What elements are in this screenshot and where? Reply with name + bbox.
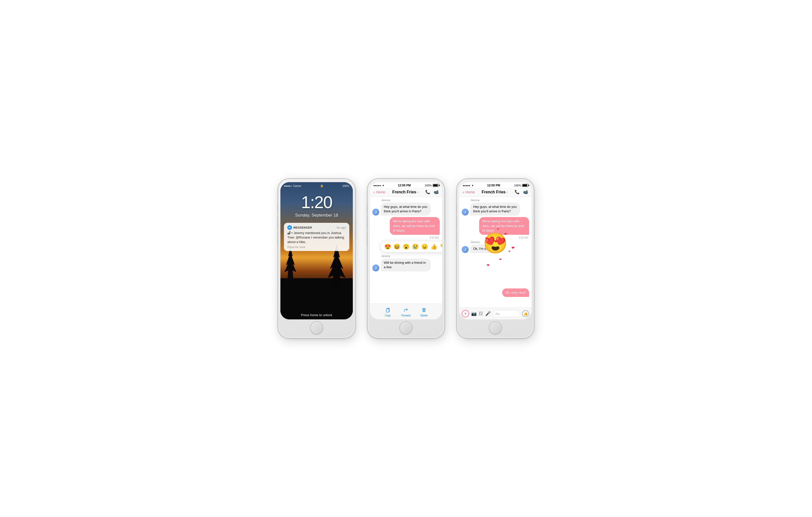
mute-btn-1	[278, 204, 279, 212]
vol-down-1	[278, 233, 279, 246]
delete-button[interactable]: Delete	[420, 306, 428, 317]
bubble-sent-3-last[interactable]: Oh, very nice!!	[502, 288, 529, 297]
avatar-jeremy-3: J	[462, 209, 469, 216]
heart-8: ❤	[509, 250, 511, 253]
bubble-sent-1[interactable]: We're taking the train with John, we wil…	[390, 217, 440, 235]
battery-text: 100%	[342, 184, 349, 187]
home-btn-2[interactable]	[400, 322, 412, 334]
back-button-3[interactable]: ‹ Home	[463, 190, 475, 194]
status-time-2: 12:00 PM	[398, 184, 411, 187]
sender-jeremy-4: Jeremy	[471, 241, 529, 244]
video-icon-3[interactable]: 📹	[523, 190, 528, 194]
heart-7: ❤	[497, 228, 499, 231]
chat-title-text-2: French Fries	[392, 190, 416, 194]
status-bar-3: ●●●●● ▾ 12:00 PM 100%	[459, 182, 531, 188]
vol-up-3	[456, 216, 457, 230]
sender-jeremy-3: Jeremy	[471, 199, 529, 202]
battery-bar-3	[522, 184, 528, 187]
back-chevron-2: ‹	[373, 190, 375, 194]
status-right-2: 100%	[425, 184, 439, 187]
notif-press-more[interactable]: Press for more	[287, 246, 346, 248]
home-btn-3[interactable]	[489, 322, 502, 334]
forward-button[interactable]: Forward	[401, 306, 410, 317]
msg-time-1: 9:32 AM	[372, 236, 439, 239]
msg-row-img	[372, 273, 440, 304]
add-button-3[interactable]: +	[462, 310, 469, 317]
messenger-3: ●●●●● ▾ 12:00 PM 100% ‹ Home	[459, 182, 531, 320]
back-label-3: Home	[465, 190, 475, 194]
bubble-received-3-2[interactable]: Ok, I'm s...	[470, 245, 492, 253]
avatar-jeremy-1: J	[372, 209, 379, 216]
emoji-love[interactable]: 😍	[384, 244, 391, 250]
iphone-3: ●●●●● ▾ 12:00 PM 100% ‹ Home	[457, 179, 534, 338]
emoji-angry[interactable]: 😠	[421, 244, 428, 250]
copy-label: Copy	[385, 314, 391, 317]
copy-icon	[384, 306, 391, 313]
action-bar-2: Copy Forward	[370, 304, 442, 320]
input-placeholder-3: Aa	[495, 312, 499, 316]
chat-title-2[interactable]: French Fries ›	[392, 190, 418, 194]
notification-banner[interactable]: m MESSENGER 5m ago 🏕 • Jeremy mentioned …	[284, 223, 349, 251]
heart-3: ❤	[511, 246, 515, 250]
status-right-3: 100%	[514, 184, 528, 187]
msg-row-3-1: J Hey guys, at what time do you think yo…	[462, 203, 529, 216]
nav-bar-3: ‹ Home French Fries › 📞 📹	[459, 188, 531, 196]
notif-text: 🏕 • Jeremy mentioned you in Joshua Tree:…	[287, 231, 346, 245]
heart-2: ❤	[504, 232, 507, 236]
svg-rect-0	[386, 309, 389, 312]
press-home-text: Press home to unlock	[281, 313, 353, 317]
home-btn-1[interactable]	[310, 322, 323, 334]
nav-icons-3: 📞 📹	[515, 190, 528, 194]
emoji-thumbsup[interactable]: 👍	[431, 244, 437, 250]
input-bar-3: + 📷 🖼 🎤 Aa 👍	[459, 308, 531, 320]
chat-title-3[interactable]: French Fries ›	[482, 190, 508, 194]
power-btn-2	[444, 219, 445, 239]
chat-area-3: Jeremy J Hey guys, at what time do you t…	[459, 196, 531, 308]
battery-pct-2: 100%	[425, 184, 432, 187]
send-btn-3[interactable]: 👍	[522, 310, 529, 317]
notif-app-name: MESSENGER	[293, 226, 312, 229]
forward-icon	[403, 306, 409, 313]
forward-label: Forward	[401, 314, 410, 317]
heart-6: ❤	[485, 237, 488, 240]
emoji-sad[interactable]: 😢	[412, 244, 419, 250]
phone-icon-2[interactable]: 📞	[425, 190, 430, 194]
reaction-bar[interactable]: 😍 😆 😮 😢 😠 👍 👎	[381, 242, 442, 252]
camera-btn-3[interactable]: 📷	[471, 311, 477, 316]
phone-icon-3[interactable]: 📞	[515, 190, 520, 194]
msg-row-3-3: J Ok, I'm s...	[462, 245, 529, 253]
bubble-received-3-1[interactable]: Hey guys, at what time do you think you'…	[470, 203, 520, 216]
bubble-received-1[interactable]: Hey guys, at what time do you think you'…	[381, 203, 431, 216]
heart-4: ❤	[499, 258, 502, 261]
emoji-laugh[interactable]: 😆	[394, 244, 400, 250]
message-input-3[interactable]: Aa	[493, 310, 520, 317]
gallery-btn-3[interactable]: 🖼	[478, 311, 483, 316]
mute-btn-3	[456, 204, 457, 212]
screen-1: ●●●●○ Carrier 🔒 100% 1:20 Sunday, Septem…	[281, 182, 353, 320]
phones-container: ●●●●○ Carrier 🔒 100% 1:20 Sunday, Septem…	[278, 179, 534, 338]
bubble-received-2[interactable]: Will be driving with a friend in a few	[381, 258, 431, 271]
sender-jeremy-1: Jeremy	[381, 199, 440, 202]
heart-5: ❤	[487, 263, 490, 267]
msg-row-3-2: We're taking the train with John, we wil…	[462, 217, 529, 235]
nav-bar-2: ‹ Home French Fries › 📞 📹	[370, 188, 442, 196]
delete-label: Delete	[420, 314, 428, 317]
emoji-wow[interactable]: 😮	[403, 244, 409, 250]
chat-title-text-3: French Fries	[482, 190, 505, 194]
mic-btn-3[interactable]: 🎤	[485, 311, 491, 316]
back-button-2[interactable]: ‹ Home	[373, 190, 385, 194]
messenger-app-icon: m	[287, 225, 292, 230]
carrier-text: ●●●●○ Carrier	[284, 184, 301, 187]
heart-1: ❤	[494, 239, 498, 244]
sender-jeremy-2: Jeremy	[381, 254, 440, 257]
vol-down-2	[367, 233, 368, 246]
copy-button[interactable]: Copy	[384, 306, 391, 317]
emoji-thumbsdown[interactable]: 👎	[440, 244, 442, 250]
msg-row-3-last: Oh, very nice!!	[462, 288, 529, 297]
lock-icon: 🔒	[320, 184, 324, 187]
vol-up-1	[278, 216, 279, 230]
title-chevron-3: ›	[506, 190, 508, 194]
video-icon-2[interactable]: 📹	[434, 190, 439, 194]
back-label-2: Home	[376, 190, 385, 194]
msg-row-2: We're taking the train with John, we wil…	[372, 217, 440, 235]
